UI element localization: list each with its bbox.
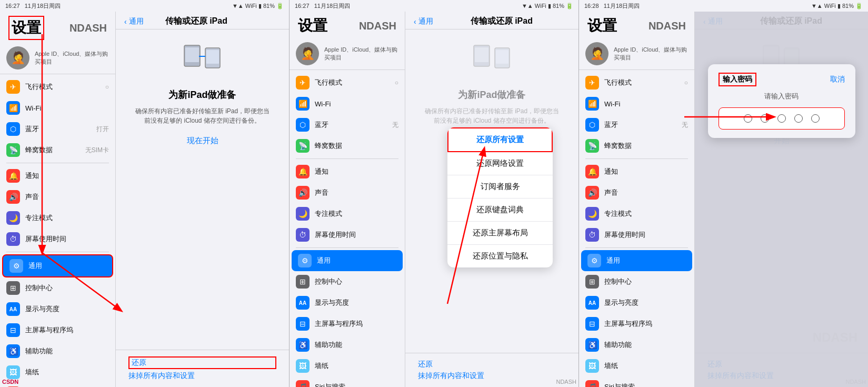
cell-value-1: 无SIM卡 — [85, 146, 109, 155]
notifications-1[interactable]: 🔔 通知 — [0, 165, 115, 186]
wallpaper-2[interactable]: 🖼 墙纸 — [290, 355, 405, 376]
content-nav-2: ‹ 通用 传输或还原 iPad — [405, 12, 578, 29]
flight-mode-3[interactable]: ✈ 飞行模式 ○ — [579, 72, 694, 93]
profile-text-3: Apple ID、iCloud、媒体与购买项目 — [614, 46, 688, 62]
flight-toggle-1: ○ — [105, 83, 109, 91]
cell-label-1: 蜂窝数据 — [25, 145, 80, 155]
dropdown-item-reset-network[interactable]: 还原网络设置 — [447, 152, 553, 175]
svg-rect-6 — [475, 47, 488, 62]
dropdown-menu-2: 还原所有设置 还原网络设置 订阅者服务 还原键盘词典 还原主屏幕布局 还原位置与… — [447, 127, 553, 267]
content-nav-1: ‹ 通用 传输或还原 iPad — [116, 12, 289, 29]
sound-2[interactable]: 🔊 声音 — [290, 182, 405, 203]
divider2b — [296, 247, 398, 248]
dropdown-item-reset-location[interactable]: 还原位置与隐私 — [447, 245, 553, 267]
acc-label-2: 辅助功能 — [315, 340, 398, 350]
general-1[interactable]: ⚙ 通用 — [2, 254, 113, 277]
svg-rect-1 — [185, 47, 199, 62]
controlcenter-3[interactable]: ⊞ 控制中心 — [579, 271, 694, 292]
profile-row-2[interactable]: 🤦 Apple ID、iCloud、媒体与购买项目 — [290, 38, 405, 70]
panel2-battery: ▼▲ WiFi ▮ 81% 🔋 — [522, 3, 573, 9]
bt-value-2: 无 — [392, 121, 398, 130]
screentime-3[interactable]: ⏱ 屏幕使用时间 — [579, 224, 694, 245]
siri-icon-2: 🎵 — [296, 380, 310, 387]
notifications-2[interactable]: 🔔 通知 — [290, 161, 405, 182]
acc-icon-3: ♿ — [585, 338, 599, 352]
hs-label-1: 主屏幕与程序坞 — [25, 325, 109, 335]
wifi-icon-3: 📶 — [585, 97, 599, 111]
cellular-1[interactable]: 📡 蜂窝数据 无SIM卡 — [0, 140, 115, 161]
focus-label-3: 专注模式 — [604, 209, 688, 219]
wifi-1[interactable]: 📶 Wi-Fi — [0, 97, 115, 118]
hs-icon-1: ⊟ — [6, 323, 20, 337]
dropdown-item-reset-homescreen[interactable]: 还原主屏幕布局 — [447, 222, 553, 245]
focus-2[interactable]: 🌙 专注模式 — [290, 203, 405, 224]
content-pane-1: ‹ 通用 传输或还原 iPad — [116, 12, 289, 387]
screentime-2[interactable]: ⏱ 屏幕使用时间 — [290, 224, 405, 245]
wifi-icon-1: 📶 — [6, 101, 20, 115]
accessibility-3[interactable]: ♿ 辅助功能 — [579, 334, 694, 355]
siri-3[interactable]: 🎵 Siri与搜索 — [579, 376, 694, 387]
dot-2 — [761, 114, 769, 123]
wifi-2[interactable]: 📶 Wi-Fi — [290, 93, 405, 114]
acc-label-3: 辅助功能 — [604, 340, 688, 350]
divider1a — [6, 163, 109, 163]
dropdown-item-reset-all[interactable]: 还原所有设置 — [447, 127, 553, 152]
focus-icon-2: 🌙 — [296, 207, 310, 221]
flight-mode-1[interactable]: ✈ 飞行模式 ○ — [0, 76, 115, 97]
flight-label-3: 飞行模式 — [604, 78, 679, 87]
notif-icon-1: 🔔 — [6, 169, 20, 183]
homescreen-1[interactable]: ⊟ 主屏幕与程序坞 — [0, 320, 115, 341]
cellular-2[interactable]: 📡 蜂窝数据 — [290, 135, 405, 156]
display-3[interactable]: AA 显示与亮度 — [579, 292, 694, 313]
flight-mode-2[interactable]: ✈ 飞行模式 ○ — [290, 72, 405, 93]
display-1[interactable]: AA 显示与亮度 — [0, 299, 115, 320]
sound-icon-2: 🔊 — [296, 186, 310, 200]
disp-label-1: 显示与亮度 — [25, 304, 109, 314]
erase-btn-1[interactable]: 抹掉所有内容和设置 — [128, 371, 276, 381]
dropdown-item-reset-keyboard[interactable]: 还原键盘词典 — [447, 199, 553, 222]
focus-icon-3: 🌙 — [585, 207, 599, 221]
erase-btn-2[interactable]: 抹掉所有内容和设置 — [418, 371, 566, 381]
back-btn-1[interactable]: ‹ 通用 — [124, 17, 144, 26]
display-2[interactable]: AA 显示与亮度 — [290, 292, 405, 313]
start-btn-1[interactable]: 现在开始 — [187, 136, 218, 146]
homescreen-2[interactable]: ⊟ 主屏幕与程序坞 — [290, 313, 405, 334]
sound-3[interactable]: 🔊 声音 — [579, 182, 694, 203]
ndash-label-3: NDASH — [648, 20, 686, 32]
cellular-3[interactable]: 📡 蜂窝数据 — [579, 135, 694, 156]
sound-1[interactable]: 🔊 声音 — [0, 186, 115, 207]
dialog-header-3: 输入密码 取消 — [719, 73, 845, 86]
notifications-3[interactable]: 🔔 通知 — [579, 161, 694, 182]
focus-icon-1: 🌙 — [6, 211, 20, 225]
cell-label-2: 蜂窝数据 — [315, 141, 398, 151]
bluetooth-2[interactable]: ⬡ 蓝牙 无 — [290, 114, 405, 135]
accessibility-2[interactable]: ♿ 辅助功能 — [290, 334, 405, 355]
dot-5 — [811, 114, 820, 123]
restore-title-2[interactable]: 还原 — [418, 360, 566, 369]
siri-2[interactable]: 🎵 Siri与搜索 — [290, 376, 405, 387]
focus-1[interactable]: 🌙 专注模式 — [0, 207, 115, 229]
restore-title-1[interactable]: 还原 — [128, 356, 276, 369]
dialog-cancel-3[interactable]: 取消 — [830, 75, 845, 84]
profile-row-3[interactable]: 🤦 Apple ID、iCloud、媒体与购买项目 — [579, 38, 694, 70]
flight-label-2: 飞行模式 — [315, 78, 390, 87]
dropdown-item-subscriber[interactable]: 订阅者服务 — [447, 175, 553, 199]
bluetooth-3[interactable]: ⬡ 蓝牙 无 — [579, 114, 694, 135]
homescreen-3[interactable]: ⊟ 主屏幕与程序坞 — [579, 313, 694, 334]
controlcenter-2[interactable]: ⊞ 控制中心 — [290, 271, 405, 292]
profile-row-1[interactable]: 🤦 Apple ID、iCloud、媒体与购买项目 — [0, 42, 115, 74]
accessibility-1[interactable]: ♿ 辅助功能 — [0, 341, 115, 362]
screentime-1[interactable]: ⏱ 屏幕使用时间 — [0, 229, 115, 250]
password-overlay-3: 输入密码 取消 请输入密码 — [695, 12, 868, 387]
focus-3[interactable]: 🌙 专注模式 — [579, 203, 694, 224]
controlcenter-1[interactable]: ⊞ 控制中心 — [0, 277, 115, 299]
general-3[interactable]: ⚙ 通用 — [581, 250, 692, 271]
hs-icon-3: ⊟ — [585, 317, 599, 331]
wifi-3[interactable]: 📶 Wi-Fi — [579, 93, 694, 114]
bluetooth-1[interactable]: ⬡ 蓝牙 打开 — [0, 118, 115, 140]
focus-label-2: 专注模式 — [315, 209, 398, 219]
general-2[interactable]: ⚙ 通用 — [292, 250, 403, 271]
back-btn-2[interactable]: ‹ 通用 — [414, 17, 433, 26]
panel1-time: 16:27 11月18日周四 — [5, 2, 61, 10]
wallpaper-3[interactable]: 🖼 墙纸 — [579, 355, 694, 376]
